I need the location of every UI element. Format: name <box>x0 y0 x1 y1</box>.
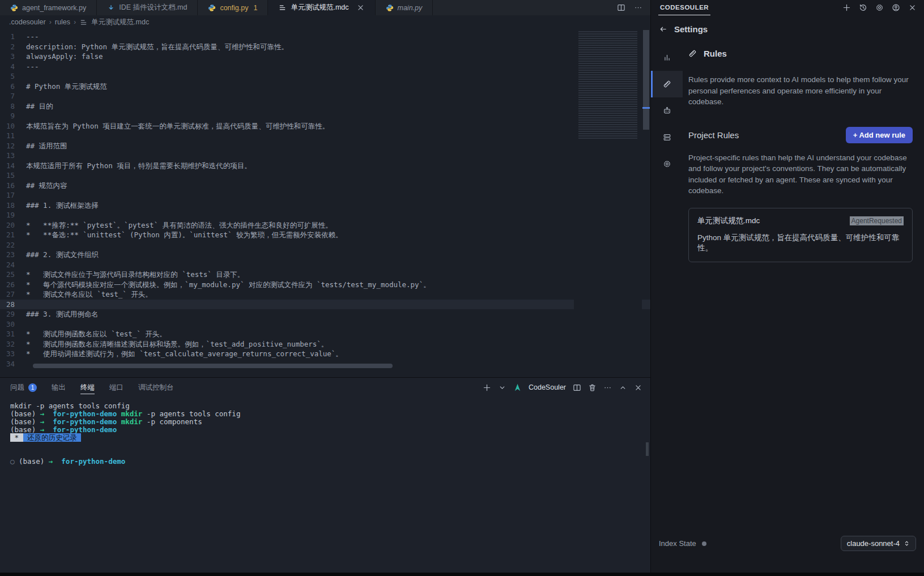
line-number: 20 <box>0 220 26 231</box>
code-line[interactable]: 7 <box>0 91 650 101</box>
editor-tab[interactable]: config.py1 <box>198 0 268 15</box>
code-line[interactable]: 31* 测试用例函数名应以 `test_` 开头。 <box>0 329 650 339</box>
editor-tab[interactable]: main.py <box>376 0 433 15</box>
breadcrumb-file[interactable]: 单元测试规范.mdc <box>91 18 149 27</box>
breadcrumb-root[interactable]: .codesouler <box>9 18 46 26</box>
tab-label: agent_framework.py <box>22 4 86 12</box>
code-line[interactable]: 20* **推荐:** `pytest`。`pytest` 具有简洁的语法、强大… <box>0 220 650 231</box>
close-panel-icon[interactable] <box>634 383 642 392</box>
line-text: ## 规范内容 <box>26 181 67 191</box>
settings-nav-robot[interactable] <box>651 97 683 124</box>
code-line[interactable]: 22 <box>0 240 650 250</box>
gear-icon[interactable] <box>875 3 884 12</box>
new-terminal-icon[interactable] <box>483 383 491 392</box>
code-line[interactable]: 13 <box>0 151 650 161</box>
split-terminal-icon[interactable] <box>573 383 581 392</box>
back-arrow-icon[interactable] <box>659 25 667 33</box>
line-number: 19 <box>0 210 26 220</box>
split-editor-icon[interactable] <box>617 3 625 12</box>
scrollbar-thumb[interactable] <box>643 30 649 130</box>
terminal-shell-label[interactable]: CodeSouler <box>529 383 566 391</box>
line-number: 15 <box>0 170 26 181</box>
line-number: 25 <box>0 270 26 280</box>
line-text: * **备选:** `unittest` (Python 内置)。`unitte… <box>26 230 343 240</box>
code-line[interactable]: 11 <box>0 131 650 141</box>
code-editor[interactable]: 1---2description: Python 单元测试规范，旨在提高代码质量… <box>0 29 650 377</box>
model-selector[interactable]: claude-sonnet-4 <box>841 536 916 551</box>
list-icon <box>278 3 287 12</box>
settings-nav-server[interactable] <box>651 124 683 151</box>
code-line[interactable]: 15 <box>0 170 650 181</box>
code-line[interactable]: 14本规范适用于所有 Python 项目，特别是需要长期维护和迭代的项目。 <box>0 161 650 171</box>
code-line[interactable]: 1--- <box>0 32 650 42</box>
settings-nav-ruler[interactable] <box>651 71 683 97</box>
panel-tab[interactable]: 端口 <box>109 378 124 397</box>
code-line[interactable]: 17 <box>0 190 650 200</box>
editor-tab[interactable]: IDE 插件设计文档.md <box>97 0 198 15</box>
project-rules-description: Project-specific rules than help the AI … <box>688 152 913 197</box>
close-side-panel-icon[interactable] <box>908 3 917 12</box>
editor-tab[interactable]: 单元测试规范.mdc <box>268 0 375 15</box>
code-line[interactable]: 4--- <box>0 62 650 72</box>
panel-tab[interactable]: 问题1 <box>10 378 37 397</box>
terminal-output[interactable]: mkdir -p agents tools config(base) → for… <box>0 397 650 573</box>
settings-nav-bar-chart[interactable] <box>651 44 683 71</box>
model-name: claude-sonnet-4 <box>847 539 900 548</box>
settings-content: Rules Rules provide more context to AI m… <box>683 39 924 536</box>
close-tab-icon[interactable] <box>356 3 365 12</box>
account-icon[interactable] <box>892 3 900 12</box>
panel-tab[interactable]: 终端 <box>80 378 95 397</box>
line-number: 33 <box>0 349 26 359</box>
add-new-rule-button[interactable]: + Add new rule <box>846 127 913 143</box>
code-line[interactable]: 10本规范旨在为 Python 项目建立一套统一的单元测试标准，提高代码质量、可… <box>0 121 650 131</box>
code-line[interactable]: 25* 测试文件应位于与源代码目录结构相对应的 `tests` 目录下。 <box>0 270 650 280</box>
editor-tab[interactable]: agent_framework.py <box>0 0 97 15</box>
code-line[interactable]: 26* 每个源代码模块应对应一个测试模块。例如，`my_module.py` 对… <box>0 280 650 290</box>
ellipsis-icon[interactable] <box>603 383 612 392</box>
editor-horizontal-scrollbar[interactable] <box>33 364 393 368</box>
code-line[interactable]: 3alwaysApply: false <box>0 52 650 62</box>
editor-scrollbar[interactable] <box>642 29 650 377</box>
rule-card[interactable]: 单元测试规范.mdc AgentRequested Python 单元测试规范，… <box>688 208 913 262</box>
panel-tab-label: 问题 <box>10 383 24 392</box>
settings-nav-gear[interactable] <box>651 151 683 177</box>
code-line[interactable]: 32* 测试用例函数名应清晰描述测试目标和场景。例如，`test_add_pos… <box>0 339 650 349</box>
history-icon[interactable] <box>859 3 867 12</box>
line-text: 本规范适用于所有 Python 项目，特别是需要长期维护和迭代的项目。 <box>26 161 252 171</box>
code-line[interactable]: 6# Python 单元测试规范 <box>0 82 650 92</box>
chevron-up-icon[interactable] <box>619 383 627 392</box>
code-line[interactable]: 27* 测试文件名应以 `test_` 开头。 <box>0 289 650 300</box>
code-line[interactable]: 23### 2. 测试文件组织 <box>0 250 650 260</box>
chevron-down-icon[interactable] <box>498 383 506 392</box>
minimap[interactable] <box>574 29 642 377</box>
line-text: ### 1. 测试框架选择 <box>26 200 99 211</box>
code-line[interactable]: 12## 适用范围 <box>0 141 650 151</box>
line-number: 4 <box>0 62 26 72</box>
terminal-scrollbar-thumb[interactable] <box>646 442 649 456</box>
code-line[interactable]: 5 <box>0 71 650 82</box>
panel-tab[interactable]: 调试控制台 <box>138 378 174 397</box>
code-line[interactable]: 28 <box>0 300 650 310</box>
code-line[interactable]: 29### 3. 测试用例命名 <box>0 309 650 319</box>
code-line[interactable]: 19 <box>0 210 650 220</box>
trash-icon[interactable] <box>588 383 597 392</box>
code-line[interactable]: 30 <box>0 319 650 330</box>
code-line[interactable]: 18### 1. 测试框架选择 <box>0 200 650 211</box>
breadcrumb-folder[interactable]: rules <box>55 18 70 26</box>
panel-title[interactable]: CODESOULER <box>658 0 710 15</box>
code-line[interactable]: 9 <box>0 111 650 121</box>
terminal-line: (base) → for-python-demo <box>10 426 650 434</box>
list-icon <box>79 18 88 27</box>
panel-tab[interactable]: 输出 <box>52 378 66 397</box>
code-line[interactable]: 8## 目的 <box>0 101 650 112</box>
line-text: * 使用动词描述测试行为，例如 `test_calculate_average_… <box>26 349 343 359</box>
code-line[interactable]: 16## 规范内容 <box>0 181 650 191</box>
terminal-line <box>10 442 650 450</box>
editor-tab-bar: agent_framework.pyIDE 插件设计文档.mdconfig.py… <box>0 0 650 15</box>
new-chat-icon[interactable] <box>842 3 851 12</box>
code-line[interactable]: 33* 使用动词描述测试行为，例如 `test_calculate_averag… <box>0 349 650 359</box>
code-line[interactable]: 24 <box>0 260 650 270</box>
code-line[interactable]: 21* **备选:** `unittest` (Python 内置)。`unit… <box>0 230 650 240</box>
more-actions-icon[interactable] <box>634 3 642 12</box>
code-line[interactable]: 2description: Python 单元测试规范，旨在提高代码质量、可维护… <box>0 42 650 52</box>
